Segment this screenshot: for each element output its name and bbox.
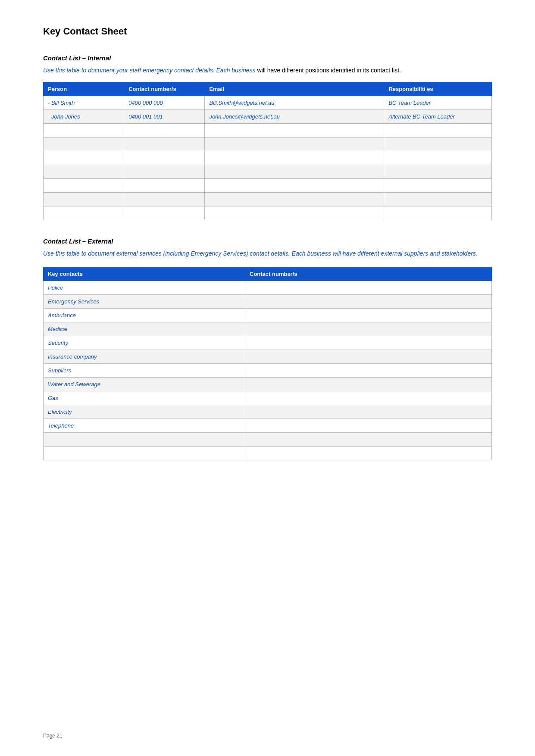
external-table-row-8-cell-0: Gas: [44, 391, 245, 405]
col-header-person: Person: [44, 82, 124, 96]
internal-table-row-0-cell-2: Bill.Smith@widgets.net.au: [205, 96, 384, 110]
internal-table-row-2-cell-2: [205, 124, 384, 137]
internal-table-row-4-cell-0: [44, 151, 124, 165]
external-table-row-10-cell-0: Telephone: [44, 419, 245, 433]
external-table-row-7-cell-1: [245, 378, 492, 391]
internal-table-row-2-cell-1: [124, 124, 205, 137]
external-table-row-6-cell-1: [245, 364, 492, 378]
internal-desc-normal: will have different positions identified…: [256, 67, 401, 74]
external-section-description: Use this table to document external serv…: [43, 249, 492, 258]
internal-table-row-0-cell-1: 0400 000 000: [124, 96, 205, 110]
external-table-row-1-cell-0: Emergency Services: [44, 295, 245, 309]
internal-table-row-4-cell-3: [384, 151, 492, 165]
internal-table-row-3-cell-0: [44, 137, 124, 151]
external-table-row-5-cell-0: Insurance company: [44, 350, 245, 364]
internal-table-row-0-cell-3: BC Team Leader: [384, 96, 492, 110]
internal-contact-table: Person Contact number/s Email Responsibi…: [43, 82, 492, 220]
external-table-row-6-cell-0: Suppliers: [44, 364, 245, 378]
external-table-row-12-cell-1: [245, 447, 492, 460]
ext-col-header-contact-number: Contact number/s: [245, 267, 492, 281]
external-table-row-0-cell-0: Police: [44, 281, 245, 295]
external-table-row-10-cell-1: [245, 419, 492, 433]
internal-section-title: Contact List – Internal: [43, 54, 492, 62]
internal-table-row-5-cell-3: [384, 165, 492, 179]
internal-table-row-8-cell-1: [124, 206, 205, 220]
internal-table-row-7-cell-1: [124, 193, 205, 206]
internal-table-row-1-cell-0: - John Jones: [44, 110, 124, 124]
external-table-row-8-cell-1: [245, 391, 492, 405]
external-table-row-3-cell-1: [245, 322, 492, 336]
external-table-row-5-cell-1: [245, 350, 492, 364]
internal-table-row-6-cell-1: [124, 179, 205, 193]
internal-table-row-5-cell-0: [44, 165, 124, 179]
internal-table-row-7-cell-0: [44, 193, 124, 206]
internal-table-row-0-cell-0: - Bill Smith: [44, 96, 124, 110]
internal-table-row-8-cell-0: [44, 206, 124, 220]
external-section: Contact List – External Use this table t…: [43, 237, 492, 460]
internal-table-row-8-cell-3: [384, 206, 492, 220]
col-header-email: Email: [205, 82, 384, 96]
external-section-title: Contact List – External: [43, 237, 492, 245]
internal-section: Contact List – Internal Use this table t…: [43, 54, 492, 220]
internal-table-row-7-cell-3: [384, 193, 492, 206]
external-table-row-2-cell-1: [245, 309, 492, 322]
internal-table-row-3-cell-3: [384, 137, 492, 151]
internal-table-row-4-cell-2: [205, 151, 384, 165]
internal-table-row-6-cell-3: [384, 179, 492, 193]
external-table-row-1-cell-1: [245, 295, 492, 309]
internal-table-row-3-cell-2: [205, 137, 384, 151]
page-title: Key Contact Sheet: [43, 26, 492, 37]
internal-table-row-3-cell-1: [124, 137, 205, 151]
col-header-contact: Contact number/s: [124, 82, 205, 96]
external-table-row-4-cell-1: [245, 336, 492, 350]
external-table-row-11-cell-0: [44, 433, 245, 447]
external-table-row-4-cell-0: Security: [44, 336, 245, 350]
internal-table-row-2-cell-0: [44, 124, 124, 137]
internal-table-row-5-cell-1: [124, 165, 205, 179]
external-table-row-11-cell-1: [245, 433, 492, 447]
external-table-row-0-cell-1: [245, 281, 492, 295]
internal-table-row-4-cell-1: [124, 151, 205, 165]
internal-table-row-8-cell-2: [205, 206, 384, 220]
external-table-row-9-cell-0: Electricity: [44, 405, 245, 419]
col-header-responsibilities: Responsibiliti es: [384, 82, 492, 96]
internal-section-description: Use this table to document your staff em…: [43, 66, 492, 75]
internal-table-row-7-cell-2: [205, 193, 384, 206]
external-table-row-9-cell-1: [245, 405, 492, 419]
external-table-row-3-cell-0: Medical: [44, 322, 245, 336]
external-table-row-2-cell-0: Ambulance: [44, 309, 245, 322]
external-contact-table: Key contacts Contact number/s Police Eme…: [43, 267, 492, 460]
internal-table-row-6-cell-0: [44, 179, 124, 193]
internal-desc-blue: Use this table to document your staff em…: [43, 67, 256, 74]
internal-table-row-1-cell-3: Alternate BC Team Leader: [384, 110, 492, 124]
internal-table-row-5-cell-2: [205, 165, 384, 179]
external-table-row-12-cell-0: [44, 447, 245, 460]
internal-table-row-1-cell-1: 0400 001 001: [124, 110, 205, 124]
internal-table-row-1-cell-2: John.Jones@widgets.net.au: [205, 110, 384, 124]
page-footer: Page 21: [43, 733, 63, 739]
internal-table-row-6-cell-2: [205, 179, 384, 193]
external-table-row-7-cell-0: Water and Sewerage: [44, 378, 245, 391]
internal-table-row-2-cell-3: [384, 124, 492, 137]
ext-col-header-key-contacts: Key contacts: [44, 267, 245, 281]
